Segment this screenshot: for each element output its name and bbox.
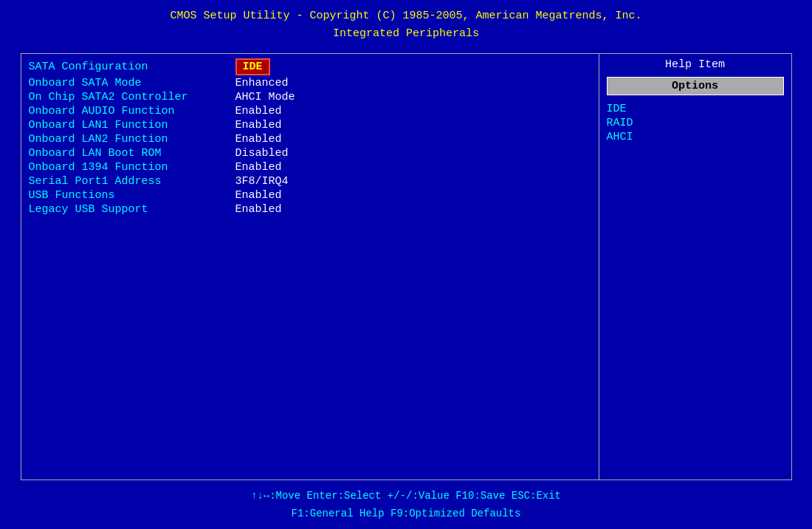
bios-header: CMOS Setup Utility - Copyright (C) 1985-… xyxy=(0,0,812,47)
setting-label: On Chip SATA2 Controller xyxy=(29,91,235,103)
header-line1: CMOS Setup Utility - Copyright (C) 1985-… xyxy=(0,7,812,25)
setting-label: Onboard LAN2 Function xyxy=(29,133,235,146)
help-title: Help Item xyxy=(607,58,784,71)
setting-row[interactable]: Onboard LAN1 FunctionEnabled xyxy=(29,119,591,132)
setting-value[interactable]: Enabled xyxy=(235,133,282,146)
setting-value[interactable]: Enabled xyxy=(235,203,282,216)
options-label: Options xyxy=(607,77,784,95)
bios-footer: ↑↓↔:Move Enter:Select +/-/:Value F10:Sav… xyxy=(0,480,812,529)
option-item[interactable]: AHCI xyxy=(607,131,784,143)
setting-row[interactable]: Onboard AUDIO FunctionEnabled xyxy=(29,105,591,117)
setting-value[interactable]: Enabled xyxy=(235,189,282,202)
help-panel: Help Item Options IDERAIDAHCI xyxy=(599,54,791,479)
setting-row[interactable]: Onboard 1394 FunctionEnabled xyxy=(29,161,591,174)
setting-value[interactable]: Enabled xyxy=(235,119,282,132)
setting-row[interactable]: Onboard LAN Boot ROMDisabled xyxy=(29,147,591,160)
footer-line2: F1:General Help F9:Optimized Defaults xyxy=(0,505,812,523)
setting-value[interactable]: Enabled xyxy=(235,161,282,174)
options-list: IDERAIDAHCI xyxy=(607,103,784,143)
setting-row[interactable]: USB FunctionsEnabled xyxy=(29,189,591,202)
setting-row[interactable]: SATA ConfigurationIDE xyxy=(29,58,591,75)
setting-row[interactable]: Onboard SATA ModeEnhanced xyxy=(29,77,591,89)
setting-label: Onboard 1394 Function xyxy=(29,161,235,174)
setting-row[interactable]: On Chip SATA2 ControllerAHCI Mode xyxy=(29,91,591,103)
setting-value[interactable]: Disabled xyxy=(235,147,289,160)
setting-value[interactable]: 3F8/IRQ4 xyxy=(235,175,289,188)
settings-panel: SATA ConfigurationIDEOnboard SATA ModeEn… xyxy=(21,54,599,479)
setting-label: Legacy USB Support xyxy=(29,203,235,216)
option-item[interactable]: IDE xyxy=(607,103,784,115)
setting-label: SATA Configuration xyxy=(29,61,235,73)
setting-label: Onboard LAN1 Function xyxy=(29,119,235,132)
setting-label: Onboard SATA Mode xyxy=(29,77,235,89)
footer-line1: ↑↓↔:Move Enter:Select +/-/:Value F10:Sav… xyxy=(0,488,812,505)
main-container: SATA ConfigurationIDEOnboard SATA ModeEn… xyxy=(21,53,792,480)
setting-row[interactable]: Legacy USB SupportEnabled xyxy=(29,203,591,216)
setting-label: USB Functions xyxy=(29,189,235,202)
setting-value[interactable]: AHCI Mode xyxy=(235,91,295,103)
option-item[interactable]: RAID xyxy=(607,117,784,129)
header-line2: Integrated Peripherals xyxy=(0,25,812,43)
setting-value[interactable]: Enhanced xyxy=(235,77,289,89)
setting-value[interactable]: IDE xyxy=(235,58,270,75)
setting-row[interactable]: Serial Port1 Address3F8/IRQ4 xyxy=(29,175,591,188)
setting-value[interactable]: Enabled xyxy=(235,105,282,117)
setting-label: Serial Port1 Address xyxy=(29,175,235,188)
setting-row[interactable]: Onboard LAN2 FunctionEnabled xyxy=(29,133,591,146)
setting-label: Onboard AUDIO Function xyxy=(29,105,235,117)
setting-label: Onboard LAN Boot ROM xyxy=(29,147,235,160)
